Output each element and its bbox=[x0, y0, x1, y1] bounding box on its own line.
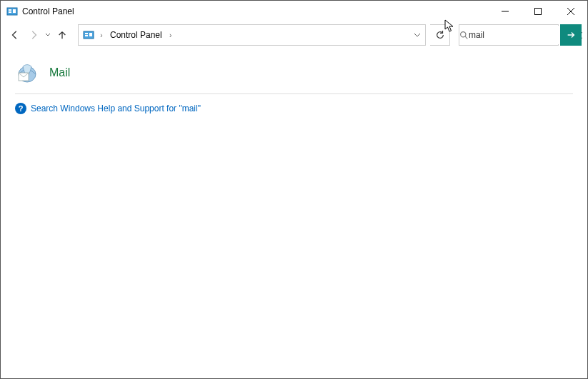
navigation-bar: › Control Panel › bbox=[1, 22, 587, 48]
svg-rect-5 bbox=[535, 9, 542, 15]
svg-rect-1 bbox=[9, 9, 11, 11]
svg-point-12 bbox=[461, 31, 466, 36]
divider bbox=[15, 94, 573, 94]
title-bar: Control Panel bbox=[1, 1, 587, 22]
control-panel-icon bbox=[6, 6, 18, 17]
svg-rect-10 bbox=[85, 35, 88, 36]
search-icon bbox=[459, 31, 469, 40]
minimize-button[interactable] bbox=[489, 1, 522, 22]
search-result-item[interactable]: Mail bbox=[15, 61, 573, 91]
close-button[interactable] bbox=[554, 1, 587, 22]
search-go-button[interactable] bbox=[560, 24, 582, 46]
help-search-row[interactable]: ? Search Windows Help and Support for "m… bbox=[15, 103, 573, 114]
forward-button[interactable] bbox=[25, 26, 42, 44]
refresh-button[interactable] bbox=[430, 24, 450, 46]
control-panel-icon bbox=[81, 29, 96, 41]
mail-icon bbox=[15, 61, 39, 85]
breadcrumb-chevron-icon[interactable]: › bbox=[96, 31, 107, 39]
content-area: Mail ? Search Windows Help and Support f… bbox=[1, 48, 587, 114]
window-title: Control Panel bbox=[22, 6, 489, 16]
address-bar[interactable]: › Control Panel › bbox=[78, 24, 426, 46]
up-button[interactable] bbox=[54, 26, 71, 44]
help-icon: ? bbox=[15, 103, 26, 114]
svg-rect-3 bbox=[13, 9, 16, 13]
svg-rect-9 bbox=[85, 33, 88, 34]
breadcrumb-segment[interactable]: Control Panel bbox=[107, 30, 165, 40]
maximize-button[interactable] bbox=[522, 1, 554, 22]
breadcrumb-chevron-icon[interactable]: › bbox=[165, 31, 176, 39]
svg-rect-11 bbox=[89, 33, 92, 36]
result-title: Mail bbox=[49, 66, 70, 79]
address-history-dropdown[interactable] bbox=[409, 25, 425, 45]
window-controls bbox=[489, 1, 587, 22]
help-link[interactable]: Search Windows Help and Support for "mai… bbox=[31, 103, 201, 113]
back-button[interactable] bbox=[6, 26, 24, 44]
svg-line-13 bbox=[465, 36, 467, 39]
recent-locations-dropdown[interactable] bbox=[44, 26, 52, 44]
svg-rect-2 bbox=[9, 11, 11, 13]
search-box[interactable] bbox=[459, 24, 559, 46]
